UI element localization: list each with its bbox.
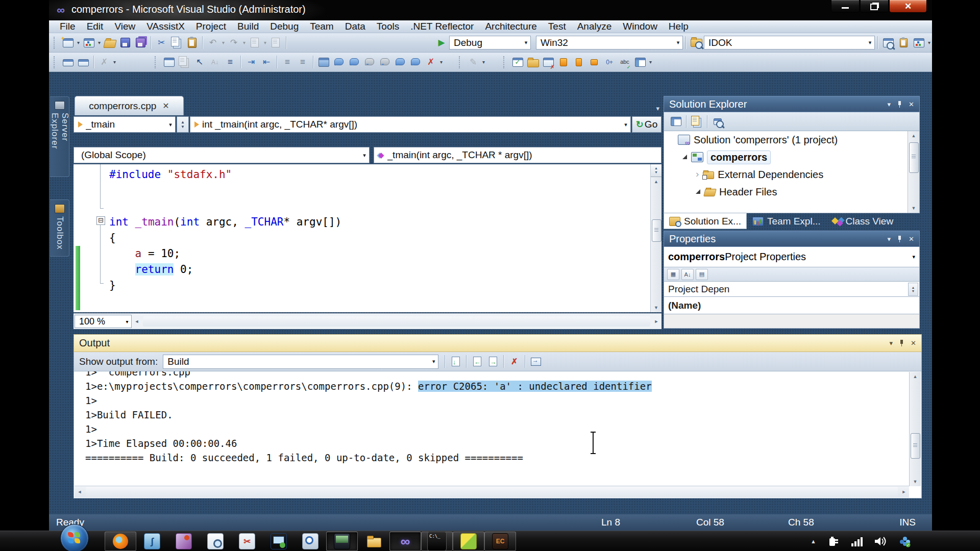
- go-button[interactable]: ↻ Go: [632, 116, 662, 133]
- window-position-dropdown-icon[interactable]: ▾: [888, 101, 891, 108]
- scrollbar-thumb[interactable]: [652, 219, 662, 242]
- solution-explorer-toggle-icon[interactable]: [881, 36, 895, 49]
- keyboard-map-icon[interactable]: [77, 56, 90, 69]
- navigate-forward-icon[interactable]: [269, 36, 282, 49]
- comment-lines-icon[interactable]: ≡: [281, 56, 294, 69]
- auto-hide-pin-icon[interactable]: [898, 101, 901, 108]
- output-source-combo[interactable]: Build ▾: [163, 355, 438, 369]
- menu-item-view[interactable]: View: [109, 21, 141, 32]
- scroll-left-icon[interactable]: ◄: [132, 319, 142, 324]
- menu-item-project[interactable]: Project: [190, 21, 232, 32]
- save-all-icon[interactable]: [134, 36, 147, 49]
- close-panel-icon[interactable]: ✕: [909, 236, 914, 242]
- function-combo[interactable]: int _tmain(int argc, _TCHAR* argv[]) ▾: [190, 116, 631, 133]
- scope-spinner[interactable]: ▲▼: [177, 116, 189, 133]
- keyboard-shortcuts-icon[interactable]: [61, 56, 75, 69]
- scrollbar-thumb[interactable]: [911, 433, 920, 459]
- find-result-clear-icon[interactable]: ✗: [424, 56, 437, 69]
- open-file-icon[interactable]: [103, 36, 116, 49]
- scroll-left-icon[interactable]: ◄: [75, 489, 85, 494]
- expander-open-icon[interactable]: [682, 155, 687, 159]
- scroll-down-icon[interactable]: ▼: [910, 477, 921, 486]
- send-to-back-icon[interactable]: [178, 56, 191, 69]
- tree-vertical-scrollbar[interactable]: ▲ ▼: [908, 131, 919, 213]
- menu-item-data[interactable]: Data: [339, 21, 371, 32]
- output-text-area[interactable]: 1> comperrors.cpp1>e:\myprojects\comperr…: [74, 371, 922, 498]
- pointer-icon[interactable]: ↖: [193, 56, 206, 69]
- find-in-files-icon[interactable]: [690, 36, 703, 49]
- window-error-icon[interactable]: ✗: [542, 56, 555, 69]
- taskbar-item-picture-viewer[interactable]: [453, 532, 484, 551]
- taskbar-item-visual-studio[interactable]: ∞: [389, 532, 421, 551]
- sidebar-tab-server-explorer[interactable]: Server Explorer: [50, 96, 69, 177]
- volume-icon[interactable]: [874, 536, 888, 547]
- solution-configuration-combo[interactable]: Debug▾: [449, 36, 531, 49]
- display-window-icon[interactable]: [162, 56, 176, 69]
- navigate-backward-icon[interactable]: [248, 36, 261, 49]
- chevron-down-icon[interactable]: ▾: [912, 254, 915, 260]
- toggle-word-wrap-icon[interactable]: [529, 355, 543, 368]
- spell-check-icon[interactable]: abc✓: [618, 56, 631, 69]
- taskbar-item-firefox[interactable]: [105, 532, 136, 551]
- scroll-right-icon[interactable]: ►: [651, 319, 662, 324]
- tab-class-view[interactable]: Class View: [826, 213, 899, 229]
- scroll-down-icon[interactable]: ▼: [908, 204, 919, 213]
- menu-item-test[interactable]: Test: [543, 21, 572, 32]
- menu-item-vassistx[interactable]: VAssistX: [141, 21, 190, 32]
- toolbar-overflow-icon[interactable]: ▾: [438, 56, 444, 69]
- menu-item-debug[interactable]: Debug: [264, 21, 304, 32]
- taskbar-item-console-monitor[interactable]: [326, 532, 358, 551]
- show-all-files-icon[interactable]: [690, 115, 703, 128]
- undo-icon[interactable]: ↶: [206, 36, 219, 49]
- solution-platform-combo[interactable]: Win32▾: [536, 36, 683, 49]
- menu-item-team[interactable]: Team: [304, 21, 339, 32]
- auto-hide-pin-icon[interactable]: [898, 236, 901, 242]
- comment-bubble-reply-icon[interactable]: [378, 56, 391, 69]
- window-position-dropdown-icon[interactable]: ▾: [888, 236, 891, 242]
- menu-item-architecture[interactable]: Architecture: [479, 21, 542, 32]
- toolbar-overflow-icon[interactable]: ▾: [926, 36, 932, 49]
- tree-node-solution-comperrors-1-project-[interactable]: Solution 'comperrors' (1 project): [664, 131, 919, 148]
- tab-comperrors-cpp[interactable]: comperrors.cpp ✕: [75, 96, 184, 115]
- breakpoint-toggle-icon[interactable]: [572, 56, 585, 69]
- auto-hide-pin-icon[interactable]: [900, 340, 903, 346]
- taskbar-item-command-prompt[interactable]: C:\_: [421, 532, 453, 551]
- add-item-dropdown-icon[interactable]: ▾: [96, 36, 102, 49]
- open-containing-folder-icon[interactable]: [526, 56, 540, 69]
- network-signal-icon[interactable]: [851, 536, 863, 547]
- expander-open-icon[interactable]: [696, 189, 700, 194]
- new-project-dropdown-icon[interactable]: ▾: [76, 36, 81, 49]
- copy-icon[interactable]: [170, 36, 183, 49]
- scroll-up-icon[interactable]: ▲: [908, 131, 919, 140]
- window-position-dropdown-icon[interactable]: ▾: [890, 340, 893, 346]
- comment-bubble-prev-icon[interactable]: [363, 56, 376, 69]
- taskbar-item-search-tool[interactable]: [295, 532, 326, 551]
- uncomment-lines-icon[interactable]: ≡: [296, 56, 309, 69]
- outdent-icon[interactable]: ⇤: [260, 56, 273, 69]
- menu-item-window[interactable]: Window: [617, 21, 663, 32]
- clear-all-icon[interactable]: ✗: [507, 355, 521, 368]
- expander-closed-icon[interactable]: ›: [696, 169, 699, 179]
- menu-item-analyze[interactable]: Analyze: [572, 21, 618, 32]
- minimize-button[interactable]: [831, 0, 860, 13]
- taskbar-item-remote-desktop[interactable]: [263, 532, 295, 551]
- scroll-down-icon[interactable]: ▼: [651, 303, 662, 312]
- properties-title-bar[interactable]: Properties ▾ ✕: [664, 231, 920, 247]
- menu-item-tools[interactable]: Tools: [371, 21, 405, 32]
- side-panel-icon[interactable]: [633, 56, 647, 69]
- property-pages-icon[interactable]: ▤: [696, 269, 708, 280]
- zero-plus-icon[interactable]: 0+: [603, 56, 616, 69]
- toolbar-grip[interactable]: [155, 56, 158, 68]
- toolbar-grip[interactable]: [459, 56, 462, 68]
- document-list-dropdown-icon[interactable]: ▾: [656, 105, 659, 112]
- add-item-icon[interactable]: [82, 36, 95, 49]
- power-icon[interactable]: [827, 535, 840, 547]
- document-outline-icon[interactable]: ≡: [224, 56, 237, 69]
- sidebar-tab-toolbox[interactable]: Toolbox: [50, 199, 69, 257]
- collapse-region-icon[interactable]: ⊟: [96, 216, 105, 225]
- tree-node-header-files[interactable]: Header Files: [664, 183, 919, 201]
- chevron-down-icon[interactable]: ▾: [429, 358, 438, 365]
- navigate-backward-dropdown-icon[interactable]: ▾: [262, 36, 268, 49]
- comment-bubble-icon[interactable]: [332, 56, 346, 69]
- sync-app-icon[interactable]: ✓: [899, 535, 911, 547]
